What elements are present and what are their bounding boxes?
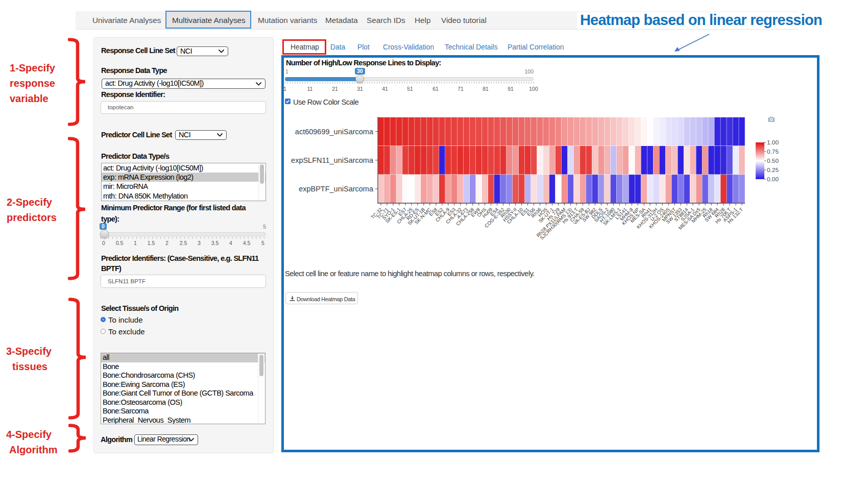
svg-text:0.50: 0.50 <box>767 157 779 164</box>
svg-text:0.00: 0.00 <box>767 176 779 183</box>
svg-text:act609699_uniSarcoma: act609699_uniSarcoma <box>295 128 374 136</box>
svg-text:expBPTF_uniSarcoma: expBPTF_uniSarcoma <box>299 185 374 193</box>
svg-text:0.25: 0.25 <box>767 166 779 174</box>
svg-text:expSLFN11_uniSarcoma: expSLFN11_uniSarcoma <box>291 156 374 164</box>
svg-text:0.75: 0.75 <box>767 148 779 155</box>
svg-text:1.00: 1.00 <box>767 139 779 146</box>
